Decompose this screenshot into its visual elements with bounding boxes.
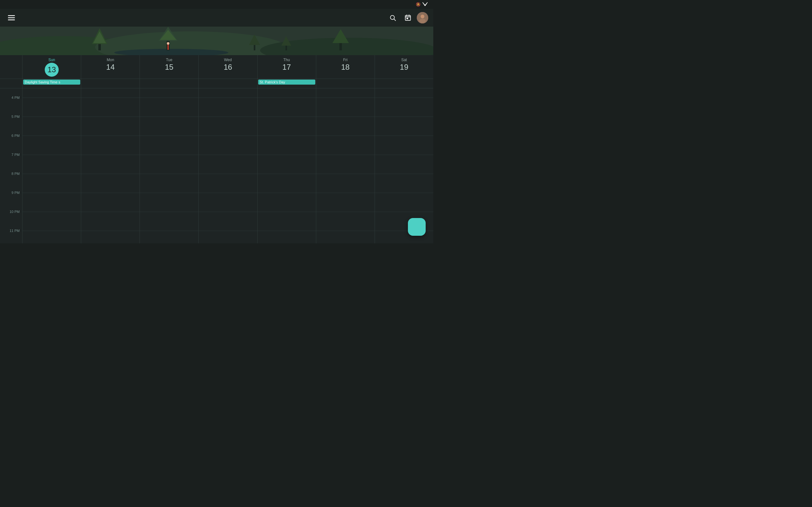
hour-cell[interactable] xyxy=(81,193,140,212)
time-label-11pm: 11 PM xyxy=(0,231,22,243)
hour-cell[interactable] xyxy=(316,231,374,243)
time-labels-col: 1 AM 2 AM 3 AM 4 AM 5 AM 6 AM 7 AM 8 AM … xyxy=(0,89,22,243)
hour-cell[interactable] xyxy=(199,89,257,98)
hour-cell[interactable] xyxy=(199,98,257,117)
hour-cell[interactable] xyxy=(140,155,198,174)
hour-cell[interactable] xyxy=(199,231,257,243)
fab-add-button[interactable] xyxy=(408,218,426,236)
hour-cell[interactable] xyxy=(258,136,316,155)
hour-cell[interactable] xyxy=(316,212,374,231)
hour-cell[interactable] xyxy=(81,231,140,243)
hour-cell[interactable] xyxy=(199,174,257,193)
hour-cell[interactable] xyxy=(375,89,433,98)
hour-cell[interactable] xyxy=(140,117,198,136)
hour-cell[interactable] xyxy=(258,174,316,193)
hour-cell[interactable] xyxy=(375,117,433,136)
hour-cell[interactable] xyxy=(81,136,140,155)
day-number-sun[interactable]: 13 xyxy=(22,63,81,77)
calendar-container: Sun 13 Mon 14 Tue 15 Wed 16 Thu 17 Fri 1… xyxy=(0,55,433,243)
hour-cell[interactable] xyxy=(22,174,81,193)
dst-event[interactable]: Daylight Saving Time s xyxy=(23,79,80,84)
hour-cell[interactable] xyxy=(22,193,81,212)
hour-cell[interactable] xyxy=(81,174,140,193)
avatar[interactable] xyxy=(417,12,428,23)
wifi-icon xyxy=(422,2,427,7)
hour-cell[interactable] xyxy=(81,89,140,98)
hour-cell[interactable] xyxy=(316,155,374,174)
hour-cell[interactable] xyxy=(140,174,198,193)
hour-cell[interactable] xyxy=(258,193,316,212)
hour-cell[interactable] xyxy=(81,212,140,231)
grid-col-thu xyxy=(257,89,316,243)
hour-cell[interactable] xyxy=(81,117,140,136)
allday-row: Daylight Saving Time s St. Patrick's Day xyxy=(0,79,433,89)
hour-cell[interactable] xyxy=(258,98,316,117)
hour-cell[interactable] xyxy=(140,98,198,117)
hour-cell[interactable] xyxy=(81,98,140,117)
hour-cell[interactable] xyxy=(22,117,81,136)
search-button[interactable] xyxy=(386,11,399,24)
hour-cell[interactable] xyxy=(375,136,433,155)
day-name-sun: Sun xyxy=(22,58,81,62)
hour-cell[interactable] xyxy=(258,117,316,136)
day-col-fri: Fri 18 xyxy=(316,55,374,78)
day-number-tue[interactable]: 15 xyxy=(140,63,198,72)
hour-cell[interactable] xyxy=(375,193,433,212)
hour-cell[interactable] xyxy=(316,89,374,98)
hour-cell[interactable] xyxy=(199,136,257,155)
day-number-mon[interactable]: 14 xyxy=(81,63,140,72)
grid-col-mon xyxy=(81,89,140,243)
hour-cell[interactable] xyxy=(140,212,198,231)
svg-point-28 xyxy=(167,42,169,45)
hour-cell[interactable] xyxy=(316,98,374,117)
day-name-wed: Wed xyxy=(199,58,257,62)
time-label-8pm: 8 PM xyxy=(0,174,22,193)
hour-cell[interactable] xyxy=(199,117,257,136)
today-button[interactable] xyxy=(402,11,414,24)
svg-rect-1 xyxy=(8,17,15,18)
app-bar xyxy=(0,9,433,26)
day-col-sun: Sun 13 xyxy=(22,55,81,78)
hour-cell[interactable] xyxy=(199,212,257,231)
hour-cell[interactable] xyxy=(81,155,140,174)
hour-cell[interactable] xyxy=(140,89,198,98)
hour-cell[interactable] xyxy=(22,98,81,117)
day-number-wed[interactable]: 16 xyxy=(199,63,257,72)
hour-cell[interactable] xyxy=(375,155,433,174)
status-icons: 🔕 xyxy=(416,2,429,7)
hour-cell[interactable] xyxy=(316,117,374,136)
menu-button[interactable] xyxy=(5,11,18,24)
svg-rect-2 xyxy=(8,20,15,20)
day-number-fri[interactable]: 18 xyxy=(316,63,374,72)
hour-cell[interactable] xyxy=(375,174,433,193)
hour-cell[interactable] xyxy=(22,231,81,243)
hour-cell[interactable] xyxy=(316,174,374,193)
header-actions xyxy=(386,11,428,24)
hour-cell[interactable] xyxy=(140,231,198,243)
hour-cell[interactable] xyxy=(258,89,316,98)
hour-cell[interactable] xyxy=(258,155,316,174)
hour-cell[interactable] xyxy=(199,155,257,174)
svg-line-4 xyxy=(394,19,396,20)
hour-cell[interactable] xyxy=(22,212,81,231)
day-number-sat[interactable]: 19 xyxy=(375,63,433,72)
day-col-tue: Tue 15 xyxy=(140,55,198,78)
hour-cell[interactable] xyxy=(258,231,316,243)
hour-cell[interactable] xyxy=(258,212,316,231)
hour-cell[interactable] xyxy=(316,193,374,212)
hour-cell[interactable] xyxy=(316,136,374,155)
hour-cell[interactable] xyxy=(140,193,198,212)
time-label-9pm: 9 PM xyxy=(0,193,22,212)
hour-cell[interactable] xyxy=(22,155,81,174)
hour-cell[interactable] xyxy=(375,98,433,117)
time-col-header xyxy=(0,55,22,78)
allday-time-col xyxy=(0,79,22,88)
hour-cell[interactable] xyxy=(199,193,257,212)
patrick-event[interactable]: St. Patrick's Day xyxy=(258,79,315,84)
hour-cell[interactable] xyxy=(140,136,198,155)
hour-cell[interactable] xyxy=(22,136,81,155)
time-grid-scroll[interactable]: 1 AM 2 AM 3 AM 4 AM 5 AM 6 AM 7 AM 8 AM … xyxy=(0,89,433,243)
hour-cell[interactable] xyxy=(22,89,81,98)
allday-col-thu: St. Patrick's Day xyxy=(257,79,316,88)
day-number-thu[interactable]: 17 xyxy=(258,63,316,72)
